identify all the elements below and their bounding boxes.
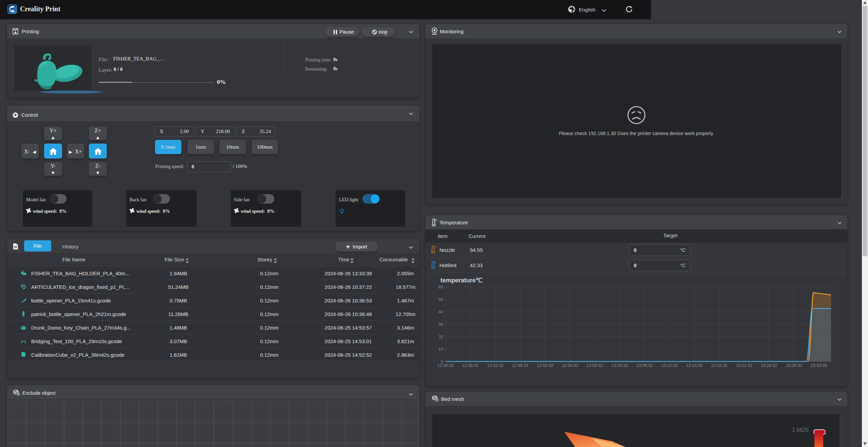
svg-text:12:46:32: 12:46:32 xyxy=(512,363,529,368)
svg-text:12:58:32: 12:58:32 xyxy=(587,363,603,368)
svg-text:30: 30 xyxy=(438,322,443,327)
svg-text:13:22:32: 13:22:32 xyxy=(736,363,753,368)
svg-text:13:30:32: 13:30:32 xyxy=(786,363,803,368)
svg-text:40: 40 xyxy=(438,310,443,314)
svg-text:20: 20 xyxy=(438,335,443,339)
svg-text:12:54:32: 12:54:32 xyxy=(562,363,578,368)
svg-text:12:38:32: 12:38:32 xyxy=(462,363,479,368)
svg-text:10: 10 xyxy=(438,347,443,352)
svg-text:13:18:32: 13:18:32 xyxy=(711,363,728,368)
svg-text:13:26:32: 13:26:32 xyxy=(761,363,777,368)
svg-text:12:34:32: 12:34:32 xyxy=(437,363,454,368)
svg-text:13:14:32: 13:14:32 xyxy=(686,363,703,368)
svg-text:13:06:32: 13:06:32 xyxy=(636,363,653,368)
svg-text:12:42:32: 12:42:32 xyxy=(487,363,504,368)
svg-text:50: 50 xyxy=(438,297,443,302)
svg-text:13:10:32: 13:10:32 xyxy=(662,363,678,368)
svg-text:13:33:35: 13:33:35 xyxy=(811,363,827,368)
svg-text:12:50:32: 12:50:32 xyxy=(537,363,554,368)
svg-text:13:02:32: 13:02:32 xyxy=(612,363,628,368)
svg-text:60: 60 xyxy=(438,285,443,290)
